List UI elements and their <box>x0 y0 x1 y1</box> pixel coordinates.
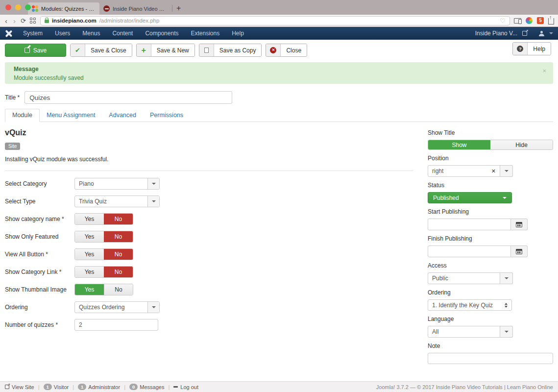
start-publishing-input[interactable] <box>428 219 511 230</box>
tab-advanced[interactable]: Advanced <box>102 109 143 122</box>
no-button[interactable]: No <box>104 284 133 295</box>
no-button[interactable]: No <box>104 249 133 260</box>
share-icon[interactable] <box>548 18 554 24</box>
yes-button[interactable]: Yes <box>75 231 104 242</box>
number-of-quizzes-input[interactable] <box>74 319 158 331</box>
field-label: Show Category Link * <box>5 269 74 275</box>
finish-publishing-field <box>428 245 553 257</box>
back-button[interactable]: ‹ <box>4 17 8 24</box>
responsive-design-icon[interactable] <box>514 18 521 24</box>
status-dropdown[interactable]: Published <box>428 192 512 203</box>
logout-link[interactable]: Log out <box>173 384 198 390</box>
favorite-heart-icon[interactable]: ♡ <box>500 17 506 24</box>
chevron-down-icon[interactable] <box>500 165 513 177</box>
menu-help[interactable]: Help <box>232 30 244 37</box>
select-category-dropdown[interactable]: Piano <box>74 178 160 190</box>
url-domain: insidepiano.com <box>52 18 97 24</box>
title-input[interactable] <box>24 91 232 104</box>
browser-tab-inactive[interactable]: Inside Piano Video Tutorials <box>99 2 171 15</box>
save-new-button[interactable]: + Save & New <box>136 44 195 57</box>
view-site-link[interactable]: View Site <box>5 384 34 390</box>
browser-toolbar: ‹ › ⟳ insidepiano.com /administrator/ind… <box>0 15 558 27</box>
field-label: Show category name * <box>5 216 74 222</box>
browser-tab-active[interactable]: Modules: Quizzes - Inside Pia <box>28 2 99 15</box>
chevron-down-icon[interactable] <box>500 272 513 284</box>
new-tab-button[interactable]: + <box>175 4 184 15</box>
site-name-link[interactable]: Inside Piano V... <box>475 30 517 37</box>
show-only-featured-toggle: Yes No <box>74 231 133 243</box>
calendar-button[interactable] <box>511 219 528 230</box>
chevron-down-icon[interactable] <box>500 326 513 338</box>
plus-icon: + <box>142 46 146 55</box>
save-button[interactable]: Save <box>5 44 66 57</box>
show-category-name-toggle: Yes No <box>74 213 133 225</box>
copy-icon <box>204 48 209 53</box>
save-close-button[interactable]: ✔ Save & Close <box>70 44 132 57</box>
tab-permissions[interactable]: Permissions <box>143 109 190 122</box>
no-button[interactable]: No <box>104 267 133 277</box>
divider <box>5 171 413 171</box>
reload-button[interactable]: ⟳ <box>21 17 26 24</box>
tab-module[interactable]: Module <box>5 109 40 122</box>
forward-button[interactable]: › <box>12 17 17 24</box>
select-type-dropdown[interactable]: Trivia Quiz <box>74 196 160 207</box>
ordering-dropdown[interactable]: Quizzes Ordering <box>74 301 160 313</box>
save-copy-button[interactable]: Save as Copy <box>199 44 262 57</box>
chevron-down-icon[interactable] <box>147 178 159 189</box>
finish-publishing-input[interactable] <box>428 245 511 257</box>
menu-components[interactable]: Components <box>145 30 178 37</box>
language-dropdown[interactable]: All <box>428 326 500 338</box>
no-button[interactable]: No <box>104 214 133 224</box>
window-close-button[interactable] <box>5 4 11 10</box>
module-settings-sidebar: Show Title Show Hide Position right ✕ St… <box>428 129 553 364</box>
yes-button[interactable]: Yes <box>75 267 104 277</box>
chevron-down-icon[interactable] <box>147 196 159 207</box>
message-close-icon[interactable]: × <box>542 67 546 74</box>
chevron-down-icon[interactable] <box>147 302 159 313</box>
show-thumbnail-image-toggle: Yes No <box>74 284 133 295</box>
action-toolbar: Save ✔ Save & Close + Save & New Save as… <box>0 40 558 57</box>
access-dropdown[interactable]: Public <box>428 272 500 284</box>
ordering-select[interactable]: 1. Identify the Key Quiz <box>428 299 512 311</box>
clear-icon[interactable]: ✕ <box>491 168 496 174</box>
yes-button[interactable]: Yes <box>75 249 104 260</box>
tab-overview-icon[interactable] <box>30 18 36 24</box>
no-button[interactable]: No <box>104 231 133 242</box>
yes-button[interactable]: Yes <box>75 214 104 224</box>
user-account-icon[interactable] <box>539 31 544 36</box>
color-wheel-extension-icon[interactable] <box>526 17 533 24</box>
html5-extension-icon[interactable]: 5 <box>537 17 544 24</box>
piano-favicon-icon <box>103 5 110 12</box>
show-button[interactable]: Show <box>428 140 490 149</box>
menu-menus[interactable]: Menus <box>82 30 100 37</box>
menu-users[interactable]: Users <box>55 30 70 37</box>
hide-button[interactable]: Hide <box>490 140 553 149</box>
menu-system[interactable]: System <box>23 30 43 37</box>
yes-button[interactable]: Yes <box>75 284 104 295</box>
field-label: Select Category <box>5 180 74 187</box>
joomla-credits: Joomla! 3.7.2 — © 2017 Inside Piano Vide… <box>376 384 553 390</box>
joomla-logo-icon <box>5 30 12 37</box>
close-circle-icon: ✕ <box>270 47 276 53</box>
calendar-button[interactable] <box>511 245 528 257</box>
note-input[interactable] <box>428 353 553 364</box>
administrator-count[interactable]: 1 Administrator <box>78 384 120 390</box>
menu-extensions[interactable]: Extensions <box>191 30 219 37</box>
menu-content[interactable]: Content <box>112 30 133 37</box>
show-title-label: Show Title <box>428 129 553 136</box>
access-label: Access <box>428 262 553 269</box>
address-bar[interactable]: insidepiano.com /administrator/index.php… <box>40 16 510 25</box>
position-input[interactable]: right ✕ <box>428 165 500 177</box>
help-button[interactable]: ? Help <box>512 42 551 55</box>
messages-count[interactable]: 0 Messages <box>129 384 164 390</box>
chevron-down-icon[interactable] <box>549 32 553 34</box>
close-button[interactable]: ✕ Close <box>266 44 307 57</box>
help-circle-icon: ? <box>517 46 523 52</box>
position-label: Position <box>428 155 553 162</box>
window-zoom-button[interactable] <box>25 4 31 10</box>
calendar-icon <box>516 249 522 254</box>
visitor-count[interactable]: 1 Visitor <box>44 384 69 390</box>
tab-menu-assignment[interactable]: Menu Assignment <box>40 109 102 122</box>
window-minimize-button[interactable] <box>15 4 21 10</box>
module-name-heading: vQuiz <box>5 128 413 137</box>
